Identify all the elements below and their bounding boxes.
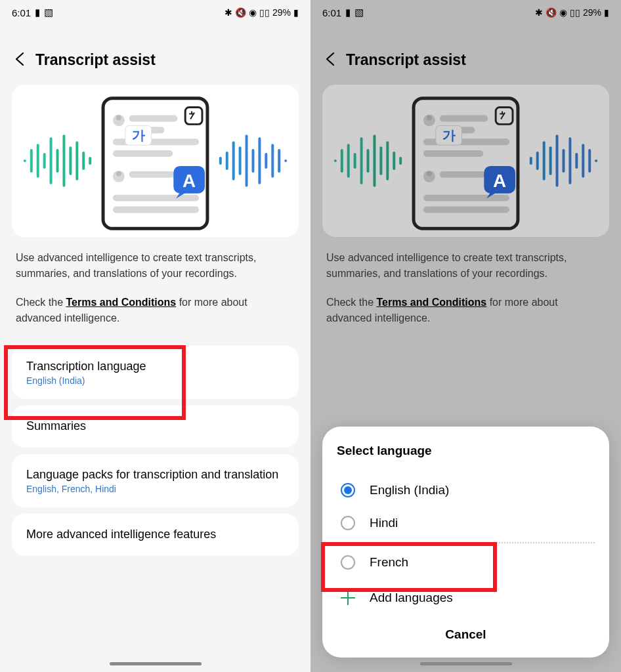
battery-icon: ▮ — [604, 7, 609, 18]
mute-icon: 🔇 — [235, 7, 246, 18]
hero-illustration: A 가 — [12, 85, 299, 237]
svg-point-31 — [116, 171, 121, 177]
svg-rect-34 — [113, 207, 199, 213]
bluetooth-icon: ✱ — [225, 7, 232, 18]
divider — [337, 542, 595, 543]
status-bar: 6:01 ▮ ▧ ✱ 🔇 ◉ ▯▯ 29% ▮ — [310, 0, 621, 25]
page-title: Transcript assist — [35, 51, 156, 69]
mute-icon: 🔇 — [546, 7, 557, 18]
svg-rect-26 — [129, 115, 177, 121]
description-2: Check the Terms and Conditions for more … — [310, 282, 621, 339]
transcription-language-option[interactable]: Transcription language English (India) — [12, 346, 299, 399]
back-icon[interactable] — [325, 52, 337, 69]
app-icon-2: ▧ — [354, 7, 364, 18]
svg-point-64 — [427, 115, 432, 120]
svg-rect-65 — [440, 115, 488, 121]
svg-rect-32 — [129, 171, 175, 178]
screenshot-left: 6:01 ▮ ▧ ✱ 🔇 ◉ ▯▯ 29% ▮ Transcript assis… — [0, 0, 310, 672]
svg-point-25 — [116, 115, 121, 120]
more-features-option[interactable]: More advanced intelligence features — [12, 514, 299, 555]
language-option-hindi[interactable]: Hindi — [337, 507, 595, 539]
option-title: More advanced intelligence features — [26, 527, 284, 542]
language-label: Hindi — [370, 516, 398, 530]
terms-link[interactable]: Terms and Conditions — [376, 297, 486, 308]
app-icon-1: ▮ — [345, 7, 351, 18]
page-header: Transcript assist — [310, 25, 621, 85]
option-subtitle: English (India) — [26, 375, 284, 386]
description-2: Check the Terms and Conditions for more … — [0, 282, 310, 339]
option-title: Transcription language — [26, 359, 284, 374]
description-1: Use advanced intelligence to create text… — [310, 237, 621, 282]
svg-rect-68 — [423, 150, 483, 157]
signal-icon: ▯▯ — [570, 7, 580, 18]
radio-icon[interactable] — [341, 555, 355, 570]
option-title: Language packs for transcription and tra… — [26, 467, 284, 482]
dialog-title: Select language — [337, 444, 595, 458]
radio-icon[interactable] — [341, 483, 355, 497]
cancel-button[interactable]: Cancel — [337, 617, 595, 646]
page-title: Transcript assist — [346, 51, 466, 69]
description-1: Use advanced intelligence to create text… — [0, 237, 310, 282]
svg-point-70 — [427, 171, 432, 177]
status-bar: 6:01 ▮ ▧ ✱ 🔇 ◉ ▯▯ 29% ▮ — [0, 0, 310, 25]
svg-text:가: 가 — [442, 128, 456, 142]
summaries-option[interactable]: Summaries — [12, 406, 299, 447]
select-language-dialog: Select language English (India) Hindi Fr… — [322, 427, 609, 658]
add-label: Add languages — [370, 591, 453, 605]
add-languages-button[interactable]: Add languages — [337, 579, 595, 617]
app-icon-2: ▧ — [44, 7, 53, 18]
terms-link[interactable]: Terms and Conditions — [66, 297, 176, 308]
page-header: Transcript assist — [0, 25, 310, 85]
status-time: 6:01 — [12, 7, 31, 18]
svg-rect-29 — [113, 150, 173, 157]
screenshot-right: 6:01 ▮ ▧ ✱ 🔇 ◉ ▯▯ 29% ▮ Transcript assis… — [310, 0, 621, 672]
battery-icon: ▮ — [293, 7, 299, 18]
option-title: Summaries — [26, 419, 284, 434]
svg-rect-71 — [440, 171, 486, 178]
wifi-icon: ◉ — [249, 7, 257, 18]
wifi-icon: ◉ — [559, 7, 567, 18]
radio-icon[interactable] — [341, 516, 355, 530]
battery-percent: 29% — [583, 7, 601, 18]
svg-rect-73 — [423, 207, 509, 213]
language-label: English (India) — [370, 483, 449, 497]
svg-text:가: 가 — [132, 128, 145, 142]
language-packs-option[interactable]: Language packs for transcription and tra… — [12, 454, 299, 507]
svg-rect-33 — [113, 195, 199, 201]
svg-text:A: A — [182, 171, 196, 191]
bluetooth-icon: ✱ — [535, 7, 543, 18]
battery-percent: 29% — [272, 7, 291, 18]
svg-text:A: A — [493, 171, 506, 191]
signal-icon: ▯▯ — [259, 7, 270, 18]
plus-icon — [341, 591, 355, 605]
hero-illustration: A 가 — [322, 85, 609, 237]
home-indicator[interactable] — [420, 662, 512, 665]
option-subtitle: English, French, Hindi — [26, 484, 284, 494]
back-icon[interactable] — [14, 52, 26, 69]
status-time: 6:01 — [322, 7, 341, 18]
home-indicator[interactable] — [110, 662, 202, 665]
svg-rect-72 — [423, 195, 509, 201]
language-label: French — [370, 555, 408, 570]
app-icon-1: ▮ — [35, 7, 40, 18]
language-option-english[interactable]: English (India) — [337, 474, 595, 507]
language-option-french[interactable]: French — [337, 546, 595, 579]
